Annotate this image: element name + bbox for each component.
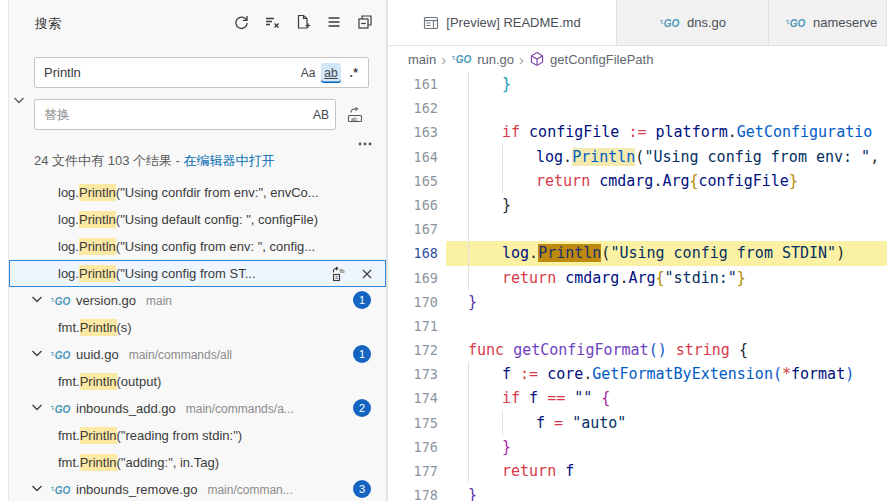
code-token: return [502,269,565,287]
indent-guide [468,193,469,217]
match-highlight: Println [79,184,116,201]
code-token: "auto" [572,414,626,432]
match-highlight: Println [79,211,116,228]
search-result-match-row[interactable]: log.Println("Using default config: ", co… [9,206,386,233]
code-line[interactable] [446,217,887,241]
code-line[interactable]: } [446,72,887,96]
search-result-match-row[interactable]: log.Println("Using config from env: ", c… [9,233,386,260]
chevron-down-icon[interactable] [29,399,45,418]
line-number: 166 [388,193,445,217]
dismiss-button[interactable] [357,264,377,284]
code-token: return [536,172,599,190]
line-number: 178 [388,483,445,501]
open-new-search-editor-button[interactable] [292,11,314,33]
code-line[interactable]: log.Println("Using config from STDIN") [446,241,887,265]
search-options: Aaab.* [298,63,368,83]
code-text: } [446,483,887,501]
line-number: 173 [388,362,445,386]
preserve-case-toggle[interactable]: AB [311,105,331,125]
search-result-match-row[interactable]: log.Println("Using config from ST...fbc [9,260,386,287]
code-line[interactable]: func getConfigFormat() string { [446,338,887,362]
svg-text:GO: GO [55,295,71,306]
breadcrumb-item[interactable]: GOrun.go [451,52,514,67]
editor-tab-3[interactable]: GOnameserve [769,0,887,45]
code-line[interactable]: } [446,483,887,501]
search-result-file-row[interactable]: GOversion.gomain1 [9,287,386,314]
code-line[interactable]: return f [446,459,887,483]
code-token: if [502,389,529,407]
editor-tab-1[interactable]: [Preview] README.md [388,0,617,45]
match-case-toggle[interactable]: Aa [298,63,318,83]
toggle-replace-button[interactable] [10,91,28,109]
code-line[interactable]: } [446,290,887,314]
code-line[interactable]: log.Println("Using config from env: ", [446,145,887,169]
search-result-file-row[interactable]: GOinbounds_remove.gomain/comman...3 [9,476,386,501]
result-file-path: main [146,294,172,308]
breadcrumb: main›GOrun.go›getConfigFilePath [388,46,887,72]
clear-search-results-button[interactable] [261,11,283,33]
open-in-editor-link[interactable]: 在编辑器中打开 [184,153,275,168]
code-token: } [468,486,477,501]
code-line[interactable] [446,96,887,120]
search-result-match-row[interactable]: fmt.Println("reading from stdin:") [9,422,386,449]
result-file-path: main/commands/a... [186,402,294,416]
search-result-match-row[interactable]: log.Println("Using confdir from env:", e… [9,179,386,206]
search-input[interactable] [35,65,298,80]
indent-guide [502,411,503,435]
indent-guide [468,241,469,265]
indent-guide [502,169,503,193]
chevron-down-icon[interactable] [29,291,45,310]
search-details-button[interactable] [357,136,373,156]
code-token: ) [836,244,845,262]
collapse-all-button[interactable] [354,11,376,33]
chevron-down-icon [29,480,45,496]
match-highlight: Println [80,454,117,471]
go-file-icon: GO [50,348,71,362]
search-result-match-row[interactable]: fmt.Println("adding:", in.Tag) [9,449,386,476]
open-new-search-editor-icon [295,14,311,30]
code-token: func [468,341,513,359]
code-token: { [601,389,610,407]
match-highlight: Println [80,319,117,336]
code-line[interactable] [446,314,887,338]
search-result-match-row[interactable]: fmt.Println(output) [9,368,386,395]
search-result-file-row[interactable]: GOinbounds_add.gomain/commands/a...2 [9,395,386,422]
code-line[interactable]: return cmdarg.Arg{"stdin:"} [446,266,887,290]
code-text: log.Println("Using config from STDIN") [446,241,887,265]
refresh-button[interactable] [230,11,252,33]
code-token: , [870,148,879,166]
code-editor[interactable]: 1611621631641651661671681691701711721731… [388,72,887,501]
code-line[interactable]: } [446,435,887,459]
match-suffix: ("Using default config: ", configFile) [116,212,318,227]
tab-label: [Preview] README.md [446,15,580,30]
regex-toggle[interactable]: .* [344,63,364,83]
code-line[interactable]: f = "auto" [446,411,887,435]
breadcrumb-item[interactable]: main [408,52,436,67]
match-count-badge: 1 [353,291,371,309]
code-line[interactable]: if configFile := platform.GetConfigurati… [446,120,887,144]
replace-input[interactable] [35,107,311,122]
match-prefix: log. [58,266,79,281]
search-result-file-row[interactable]: GOuuid.gomain/commands/all1 [9,341,386,368]
line-number: 164 [388,145,445,169]
code-token: = [554,414,572,432]
code-text: } [446,72,887,96]
replace-button[interactable]: fbc [330,264,350,284]
chevron-down-icon[interactable] [29,345,45,364]
indent-guide [468,145,469,169]
chevron-down-icon[interactable] [29,480,45,499]
code-line[interactable]: f := core.GetFormatByExtension(*format) [446,362,887,386]
code-token: return [502,462,565,480]
code-line[interactable]: if f == "" { [446,386,887,410]
search-result-match-row[interactable]: fmt.Println(s) [9,314,386,341]
indent-guide [502,145,503,169]
code-token: if [502,123,529,141]
replace-all-button[interactable]: ab [343,103,367,127]
code-token: { [730,341,748,359]
code-line[interactable]: return cmdarg.Arg{configFile} [446,169,887,193]
whole-word-toggle[interactable]: ab [321,63,341,83]
editor-tab-2[interactable]: GOdns.go [617,0,769,45]
breadcrumb-item[interactable]: getConfigFilePath [529,51,653,67]
view-as-list-button[interactable] [323,11,345,33]
code-line[interactable]: } [446,193,887,217]
